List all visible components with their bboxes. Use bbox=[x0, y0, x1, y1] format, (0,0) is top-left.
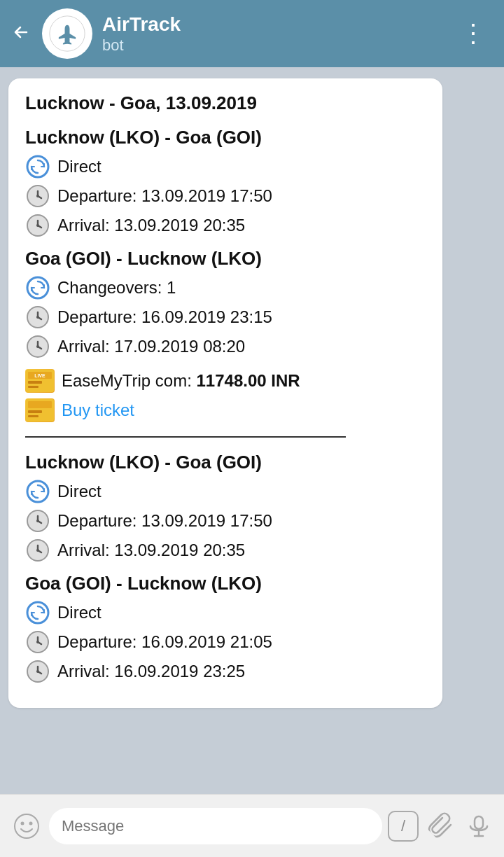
clock-dep2-icon bbox=[25, 305, 50, 330]
trip1-inbound-arrival-row: Arrival: 17.09.2019 08:20 bbox=[25, 334, 426, 359]
svg-point-13 bbox=[36, 224, 39, 227]
svg-rect-26 bbox=[28, 386, 38, 388]
message-input[interactable] bbox=[62, 817, 370, 835]
price-text: EaseMyTrip com: 11748.00 INR bbox=[62, 371, 300, 391]
chat-area: Lucknow - Goa, 13.09.2019 Lucknow (LKO) … bbox=[0, 67, 504, 794]
trip1-inbound-arrival: Arrival: 17.09.2019 08:20 bbox=[57, 337, 245, 356]
trip2-inbound-arr-row: Arrival: 16.09.2019 23:25 bbox=[25, 659, 426, 684]
trip2-outbound-departure: Departure: 13.09.2019 17:50 bbox=[57, 511, 272, 531]
back-button[interactable] bbox=[11, 21, 31, 46]
clock-arrival-icon bbox=[25, 213, 50, 238]
svg-point-49 bbox=[36, 670, 39, 673]
trip2-inbound-route: Goa (GOI) - Lucknow (LKO) bbox=[25, 573, 426, 594]
trip1-inbound-route: Goa (GOI) - Lucknow (LKO) bbox=[25, 248, 426, 270]
svg-rect-25 bbox=[28, 381, 42, 384]
trip1-outbound-departure: Departure: 13.09.2019 17:50 bbox=[57, 186, 272, 206]
price-row: LIVE EaseMyTrip com: 11748.00 INR bbox=[25, 369, 426, 393]
trip1-inbound-type-row: Changeovers: 1 bbox=[25, 275, 426, 300]
trip2-inbound-type-row: Direct bbox=[25, 600, 426, 625]
trip2-inbound-type: Direct bbox=[57, 603, 102, 622]
chat-header: AirTrack bot ⋮ bbox=[0, 0, 504, 67]
trip1-inbound-departure: Departure: 16.09.2019 23:15 bbox=[57, 307, 272, 327]
trip2-outbound-type: Direct bbox=[57, 482, 102, 501]
price-ticket-icon: LIVE bbox=[25, 369, 55, 393]
message-input-bar: / bbox=[0, 794, 504, 857]
trip1-outbound-route: Lucknow (LKO) - Goa (GOI) bbox=[25, 127, 426, 148]
message-input-container[interactable] bbox=[49, 808, 382, 844]
trip1-outbound-departure-row: Departure: 13.09.2019 17:50 bbox=[25, 183, 426, 209]
svg-point-5 bbox=[27, 156, 48, 177]
svg-point-22 bbox=[36, 345, 39, 348]
svg-point-36 bbox=[36, 520, 39, 522]
clock-arr3-icon bbox=[25, 538, 50, 563]
svg-point-32 bbox=[27, 481, 48, 502]
clock-dep4-icon bbox=[25, 629, 50, 655]
attach-button[interactable] bbox=[421, 804, 464, 847]
flight-message-bubble: Lucknow - Goa, 13.09.2019 Lucknow (LKO) … bbox=[8, 78, 442, 708]
svg-text:LIVE: LIVE bbox=[34, 373, 46, 378]
svg-rect-53 bbox=[475, 816, 483, 829]
trip1-inbound-type: Changeovers: 1 bbox=[57, 278, 176, 298]
trip1-inbound-section: Goa (GOI) - Lucknow (LKO) Changeovers: 1 bbox=[25, 248, 426, 359]
clock-arr4-icon bbox=[25, 659, 50, 684]
svg-point-41 bbox=[27, 602, 48, 623]
trip1-outbound-arrival: Arrival: 13.09.2019 20:35 bbox=[57, 216, 245, 235]
svg-point-51 bbox=[21, 821, 24, 825]
sync-icon bbox=[25, 154, 50, 179]
trip2-outbound-section: Lucknow (LKO) - Goa (GOI) Direct bbox=[25, 452, 426, 563]
buy-link-row[interactable]: Buy ticket bbox=[25, 398, 426, 422]
svg-rect-29 bbox=[28, 401, 52, 408]
flight-date-title: Lucknow - Goa, 13.09.2019 bbox=[25, 92, 426, 114]
trip2-inbound-section: Goa (GOI) - Lucknow (LKO) Direct bbox=[25, 573, 426, 684]
svg-rect-31 bbox=[28, 415, 38, 417]
emoji-button[interactable] bbox=[10, 809, 43, 843]
changeovers-sync-icon bbox=[25, 275, 50, 300]
svg-point-50 bbox=[15, 814, 38, 838]
header-info: AirTrack bot bbox=[102, 13, 455, 55]
slash-command-button[interactable]: / bbox=[388, 811, 419, 842]
trip2-outbound-dep-row: Departure: 13.09.2019 17:50 bbox=[25, 508, 426, 534]
svg-point-52 bbox=[29, 821, 33, 825]
svg-point-18 bbox=[36, 316, 39, 319]
microphone-button[interactable] bbox=[463, 811, 494, 842]
trip2-inbound-dep-row: Departure: 16.09.2019 21:05 bbox=[25, 629, 426, 655]
more-options-button[interactable]: ⋮ bbox=[455, 15, 493, 52]
bot-subtitle: bot bbox=[102, 36, 455, 55]
clock-dep3-icon bbox=[25, 508, 50, 534]
trip2-inbound-departure: Departure: 16.09.2019 21:05 bbox=[57, 632, 272, 652]
trip2-inbound-arrival: Arrival: 16.09.2019 23:25 bbox=[57, 662, 245, 681]
svg-point-45 bbox=[36, 641, 39, 643]
clock-arr2-icon bbox=[25, 334, 50, 359]
svg-point-9 bbox=[36, 195, 39, 197]
trip1-outbound-type-row: Direct bbox=[25, 154, 426, 179]
trip2-inbound-sync-icon bbox=[25, 600, 50, 625]
svg-point-40 bbox=[36, 549, 39, 552]
bot-avatar bbox=[42, 8, 92, 59]
trip2-outbound-arrival: Arrival: 13.09.2019 20:35 bbox=[57, 541, 245, 560]
svg-rect-30 bbox=[28, 410, 42, 413]
trip2-outbound-arr-row: Arrival: 13.09.2019 20:35 bbox=[25, 538, 426, 563]
trip2-sync-icon bbox=[25, 479, 50, 504]
trip2-outbound-route: Lucknow (LKO) - Goa (GOI) bbox=[25, 452, 426, 473]
trip2-outbound-type-row: Direct bbox=[25, 479, 426, 504]
trip1-outbound-section: Lucknow (LKO) - Goa (GOI) Direct bbox=[25, 127, 426, 238]
bot-name: AirTrack bbox=[102, 13, 455, 36]
buy-ticket-link[interactable]: Buy ticket bbox=[62, 400, 134, 420]
svg-point-14 bbox=[27, 277, 48, 298]
section-divider bbox=[25, 436, 346, 438]
trip1-inbound-departure-row: Departure: 16.09.2019 23:15 bbox=[25, 305, 426, 330]
trip1-outbound-arrival-row: Arrival: 13.09.2019 20:35 bbox=[25, 213, 426, 238]
clock-departure-icon bbox=[25, 183, 50, 209]
trip1-outbound-type: Direct bbox=[57, 157, 102, 176]
buy-ticket-icon bbox=[25, 398, 55, 422]
